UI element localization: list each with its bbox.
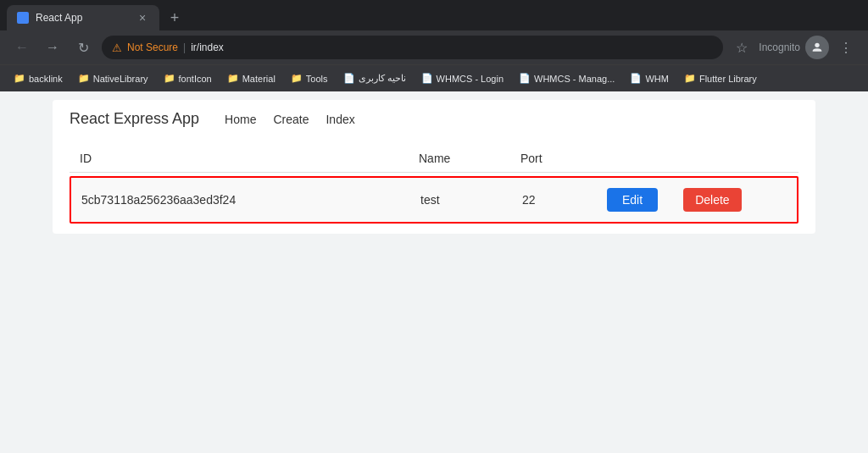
reload-button[interactable]: ↻: [71, 36, 95, 59]
page-icon: 📄: [630, 73, 642, 84]
bookmark-nativelibrary[interactable]: 📁 NativeLibrary: [71, 69, 155, 87]
bookmark-tools[interactable]: 📁 Tools: [284, 69, 335, 87]
page-icon: 📄: [421, 73, 433, 84]
bookmark-label: WHMCS - Login: [437, 74, 504, 84]
url-separator: |: [183, 41, 186, 53]
tab-close-button[interactable]: ×: [136, 11, 149, 25]
forward-button[interactable]: →: [41, 36, 64, 59]
bookmark-label: Flutter Library: [699, 74, 757, 84]
bookmark-whmcs-login[interactable]: 📄 WHMCS - Login: [415, 69, 510, 87]
address-right: ☆ Incognito ⋮: [730, 36, 858, 59]
bookmark-label: WHM: [645, 74, 669, 84]
bookmark-material[interactable]: 📁 Material: [220, 69, 282, 87]
column-port-header: Port: [520, 152, 605, 165]
bookmark-star-button[interactable]: ☆: [730, 36, 754, 59]
security-warning-icon: ⚠: [112, 41, 122, 54]
edit-button[interactable]: Edit: [607, 188, 658, 212]
tab-title: React App: [36, 12, 129, 24]
column-id-header: ID: [80, 152, 419, 165]
bookmark-label: fontIcon: [179, 74, 212, 84]
not-secure-label: Not Secure: [127, 41, 178, 53]
folder-icon: 📁: [164, 73, 175, 84]
active-tab[interactable]: React App ×: [7, 5, 159, 30]
column-name-header: Name: [419, 152, 520, 165]
nav-index-link[interactable]: Index: [326, 113, 354, 126]
row-id-value: 5cb73118a256236aa3ed3f24: [81, 193, 236, 207]
tab-favicon: [17, 12, 29, 24]
row-port-cell: 22: [522, 193, 607, 207]
tab-bar: React App × +: [0, 0, 868, 30]
folder-icon: 📁: [14, 73, 25, 84]
bookmark-backlink[interactable]: 📁 backlink: [7, 69, 70, 87]
url-bar[interactable]: ⚠ Not Secure | ir/index: [102, 36, 723, 59]
page-icon: 📄: [519, 73, 531, 84]
bookmark-flutter-library[interactable]: 📁 Flutter Library: [677, 69, 764, 87]
bookmark-fonticon[interactable]: 📁 fontIcon: [157, 69, 219, 87]
url-path: ir/index: [191, 41, 224, 53]
folder-icon: 📁: [78, 73, 90, 84]
incognito-area: Incognito: [759, 36, 829, 59]
bookmark-label: ناحیه کاربری: [359, 73, 406, 84]
delete-button[interactable]: Delete: [683, 188, 741, 212]
folder-icon: 📁: [684, 73, 696, 84]
nav-create-link[interactable]: Create: [273, 113, 309, 126]
bookmark-label: WHMCS - Manag...: [534, 74, 615, 84]
column-actions-header: [605, 152, 788, 165]
row-name-cell: test: [420, 193, 522, 207]
back-button[interactable]: ←: [10, 36, 34, 59]
browser-chrome: React App × + ← → ↻ ⚠ Not Secure | ir/in…: [0, 0, 868, 91]
bookmark-label: backlink: [29, 74, 63, 84]
app-container: React Express App Home Create Index ID N…: [53, 100, 815, 234]
nav-home-link[interactable]: Home: [225, 113, 256, 126]
data-table: ID Name Port 5cb73118a256236aa3ed3f24 te…: [70, 145, 798, 224]
page-icon: 📄: [343, 73, 355, 84]
bookmark-user-panel[interactable]: 📄 ناحیه کاربری: [337, 69, 413, 87]
row-port-value: 22: [522, 193, 536, 207]
folder-icon: 📁: [291, 73, 303, 84]
table-row: 5cb73118a256236aa3ed3f24 test 22 Edit De…: [70, 176, 798, 224]
page-content: React Express App Home Create Index ID N…: [0, 91, 868, 453]
bookmark-whmcs-manage[interactable]: 📄 WHMCS - Manag...: [512, 69, 621, 87]
svg-point-0: [815, 43, 819, 47]
new-tab-button[interactable]: +: [163, 6, 186, 30]
row-id-cell: 5cb73118a256236aa3ed3f24: [81, 193, 420, 207]
bookmark-whm[interactable]: 📄 WHM: [623, 69, 676, 87]
bookmark-label: NativeLibrary: [93, 74, 148, 84]
incognito-icon: [805, 36, 829, 59]
app-nav: React Express App Home Create Index: [70, 110, 798, 128]
incognito-label: Incognito: [759, 41, 800, 53]
row-actions-cell: Edit Delete: [607, 188, 787, 212]
browser-menu-button[interactable]: ⋮: [834, 36, 858, 59]
bookmark-label: Material: [242, 74, 275, 84]
bookmark-label: Tools: [306, 74, 328, 84]
address-bar: ← → ↻ ⚠ Not Secure | ir/index ☆ Incognit…: [0, 30, 868, 64]
folder-icon: 📁: [227, 73, 239, 84]
table-header: ID Name Port: [70, 145, 798, 173]
row-name-value: test: [420, 193, 440, 207]
bookmarks-bar: 📁 backlink 📁 NativeLibrary 📁 fontIcon 📁 …: [0, 64, 868, 91]
app-title: React Express App: [70, 110, 199, 128]
